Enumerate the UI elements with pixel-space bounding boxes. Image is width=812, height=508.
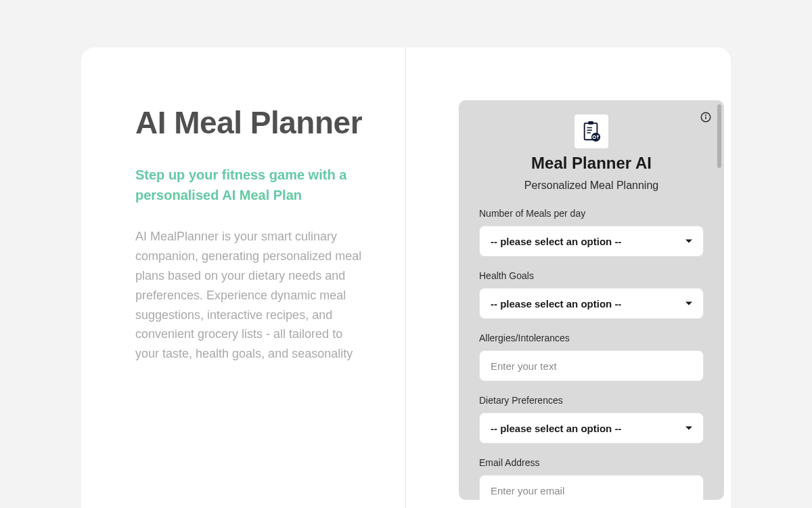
page-title: AI Meal Planner bbox=[135, 102, 365, 144]
svg-point-2 bbox=[706, 115, 706, 116]
scrollbar[interactable] bbox=[717, 104, 721, 168]
page-subtitle: Step up your fitness game with a persona… bbox=[135, 165, 365, 205]
email-label: Email Address bbox=[479, 457, 704, 468]
meals-select[interactable]: -- please select an option -- bbox=[479, 226, 704, 257]
meals-select-value: -- please select an option -- bbox=[491, 236, 621, 247]
widget-logo bbox=[574, 114, 608, 148]
email-input[interactable] bbox=[491, 485, 692, 496]
allergies-input[interactable] bbox=[491, 360, 692, 372]
chevron-down-icon bbox=[685, 302, 692, 305]
form-widget: Meal Planner AI Personalized Meal Planni… bbox=[459, 100, 724, 500]
widget-subtitle: Personalized Meal Planning bbox=[479, 179, 704, 192]
page-description: AI MealPlanner is your smart culinary co… bbox=[135, 227, 365, 364]
allergies-label: Allergies/Intolerances bbox=[479, 333, 704, 343]
meals-label: Number of Meals per day bbox=[479, 208, 704, 219]
goals-label: Health Goals bbox=[479, 270, 704, 281]
chevron-down-icon bbox=[685, 427, 692, 430]
goals-select-value: -- please select an option -- bbox=[491, 298, 621, 310]
diet-select[interactable]: -- please select an option -- bbox=[479, 412, 704, 444]
info-icon[interactable] bbox=[700, 111, 712, 123]
email-input-wrapper bbox=[479, 475, 704, 500]
main-card: AI Meal Planner Step up your fitness gam… bbox=[81, 47, 731, 508]
meal-planner-icon bbox=[581, 121, 602, 142]
widget-title: Meal Planner AI bbox=[479, 154, 704, 173]
right-panel: Meal Planner AI Personalized Meal Planni… bbox=[406, 47, 731, 508]
allergies-input-wrapper bbox=[479, 350, 704, 381]
svg-rect-4 bbox=[588, 121, 593, 125]
diet-select-value: -- please select an option -- bbox=[491, 423, 621, 434]
left-panel: AI Meal Planner Step up your fitness gam… bbox=[81, 47, 406, 508]
diet-label: Dietary Preferences bbox=[479, 395, 704, 406]
chevron-down-icon bbox=[685, 240, 692, 243]
goals-select[interactable]: -- please select an option -- bbox=[479, 288, 704, 319]
